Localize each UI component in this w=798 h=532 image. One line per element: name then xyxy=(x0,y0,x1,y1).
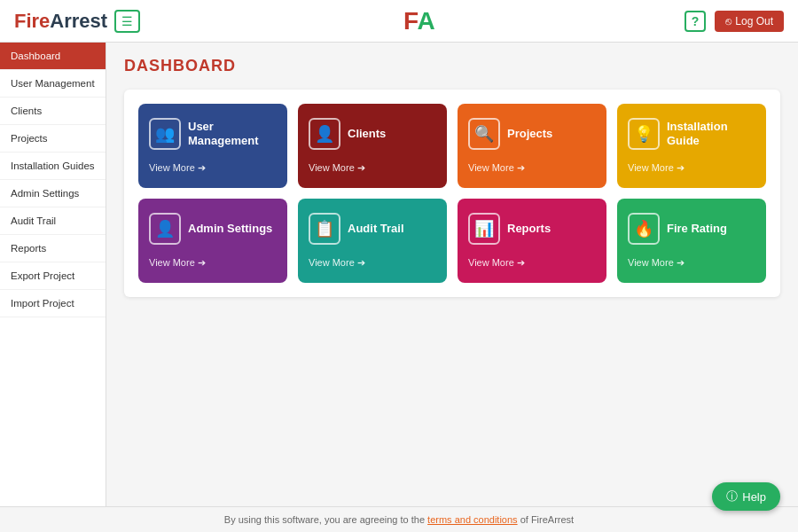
sidebar-item-admin-settings[interactable]: Admin Settings xyxy=(0,180,106,207)
projects-icon: 🔍 xyxy=(468,118,500,150)
page-title: DASHBOARD xyxy=(124,57,780,75)
card-link-admin-settings[interactable]: View More ➔ xyxy=(149,257,206,269)
clients-icon: 👤 xyxy=(309,118,340,150)
card-audit-trail[interactable]: 📋 Audit Trail View More ➔ xyxy=(298,199,447,283)
dashboard-card-container: 👥 User Management View More ➔ 👤 Clients … xyxy=(124,90,780,297)
card-title-installation-guide: Installation Guide xyxy=(667,120,755,147)
reports-icon: 📊 xyxy=(468,213,500,245)
card-link-projects[interactable]: View More ➔ xyxy=(468,162,525,174)
sidebar-item-clients[interactable]: Clients xyxy=(0,98,106,125)
content-area: DASHBOARD 👥 User Management View More ➔ xyxy=(106,43,798,506)
user-management-icon: 👥 xyxy=(149,118,181,150)
app-wrapper: FireArrest ☰ FA ? ⎋ Log Out Dashboard Us… xyxy=(0,0,798,532)
logo-fire: Fire xyxy=(14,10,50,32)
card-installation-guide[interactable]: 💡 Installation Guide View More ➔ xyxy=(617,104,766,188)
card-title-reports: Reports xyxy=(507,222,551,236)
card-title-admin-settings: Admin Settings xyxy=(188,222,272,236)
cards-grid: 👥 User Management View More ➔ 👤 Clients … xyxy=(138,104,766,283)
footer: By using this software, you are agreeing… xyxy=(0,506,798,532)
help-fab-label: Help xyxy=(742,490,766,504)
logo-fa-a: A xyxy=(418,7,435,35)
help-fab[interactable]: ⓘ Help xyxy=(712,482,780,511)
terms-link[interactable]: terms and conditions xyxy=(427,514,518,525)
sidebar-item-projects[interactable]: Projects xyxy=(0,125,106,153)
top-nav: FireArrest ☰ FA ? ⎋ Log Out xyxy=(0,0,798,43)
main-area: Dashboard User Management Clients Projec… xyxy=(0,43,798,506)
card-header-reports: 📊 Reports xyxy=(468,213,551,245)
sidebar-item-installation-guides[interactable]: Installation Guides xyxy=(0,153,106,180)
card-title-projects: Projects xyxy=(507,127,552,141)
help-question-icon[interactable]: ? xyxy=(685,11,707,32)
card-header-fire-rating: 🔥 Fire Rating xyxy=(628,213,727,245)
logo-fa-f: F xyxy=(403,7,418,35)
admin-settings-icon: 👤 xyxy=(149,213,181,245)
card-title-fire-rating: Fire Rating xyxy=(667,222,727,236)
card-link-audit-trail[interactable]: View More ➔ xyxy=(309,257,365,269)
logout-label: Log Out xyxy=(735,15,773,27)
card-title-user-management: User Management xyxy=(188,120,277,147)
logo-arrest: Arrest xyxy=(50,10,107,32)
card-clients[interactable]: 👤 Clients View More ➔ xyxy=(298,104,447,188)
card-title-clients: Clients xyxy=(348,127,386,141)
sidebar-item-user-management[interactable]: User Management xyxy=(0,70,106,98)
card-title-audit-trail: Audit Trail xyxy=(348,222,404,236)
logo-text: FireArrest xyxy=(14,10,107,33)
card-header-user-management: 👥 User Management xyxy=(149,118,277,150)
card-header-installation-guide: 💡 Installation Guide xyxy=(628,118,755,150)
card-link-installation-guide[interactable]: View More ➔ xyxy=(628,162,685,174)
card-user-management[interactable]: 👥 User Management View More ➔ xyxy=(138,104,287,188)
logo: FireArrest ☰ xyxy=(14,10,140,33)
menu-icon[interactable]: ☰ xyxy=(114,10,140,33)
logout-button[interactable]: ⎋ Log Out xyxy=(715,11,784,32)
help-fab-icon: ⓘ xyxy=(726,489,738,505)
audit-trail-icon: 📋 xyxy=(309,213,340,245)
card-link-fire-rating[interactable]: View More ➔ xyxy=(628,257,685,269)
sidebar-item-audit-trail[interactable]: Audit Trail xyxy=(0,207,106,235)
card-reports[interactable]: 📊 Reports View More ➔ xyxy=(458,199,606,283)
sidebar-item-dashboard[interactable]: Dashboard xyxy=(0,43,106,70)
card-header-clients: 👤 Clients xyxy=(309,118,386,150)
card-projects[interactable]: 🔍 Projects View More ➔ xyxy=(458,104,606,188)
card-link-clients[interactable]: View More ➔ xyxy=(309,162,365,174)
sidebar: Dashboard User Management Clients Projec… xyxy=(0,43,106,506)
footer-text-before: By using this software, you are agreeing… xyxy=(224,514,427,525)
sidebar-item-import-project[interactable]: Import Project xyxy=(0,290,106,317)
sidebar-item-reports[interactable]: Reports xyxy=(0,235,106,262)
card-link-reports[interactable]: View More ➔ xyxy=(468,257,525,269)
card-admin-settings[interactable]: 👤 Admin Settings View More ➔ xyxy=(138,199,287,283)
card-header-audit-trail: 📋 Audit Trail xyxy=(309,213,404,245)
logout-icon: ⎋ xyxy=(725,15,732,27)
sidebar-item-export-project[interactable]: Export Project xyxy=(0,262,106,290)
card-header-admin-settings: 👤 Admin Settings xyxy=(149,213,272,245)
footer-text-after: of FireArrest xyxy=(518,514,575,525)
card-header-projects: 🔍 Projects xyxy=(468,118,552,150)
logo-fa: FA xyxy=(154,7,685,35)
nav-right: ? ⎋ Log Out xyxy=(685,11,784,32)
card-link-user-management[interactable]: View More ➔ xyxy=(149,162,206,174)
card-fire-rating[interactable]: 🔥 Fire Rating View More ➔ xyxy=(617,199,766,283)
fire-rating-icon: 🔥 xyxy=(628,213,660,245)
installation-guide-icon: 💡 xyxy=(628,118,660,150)
